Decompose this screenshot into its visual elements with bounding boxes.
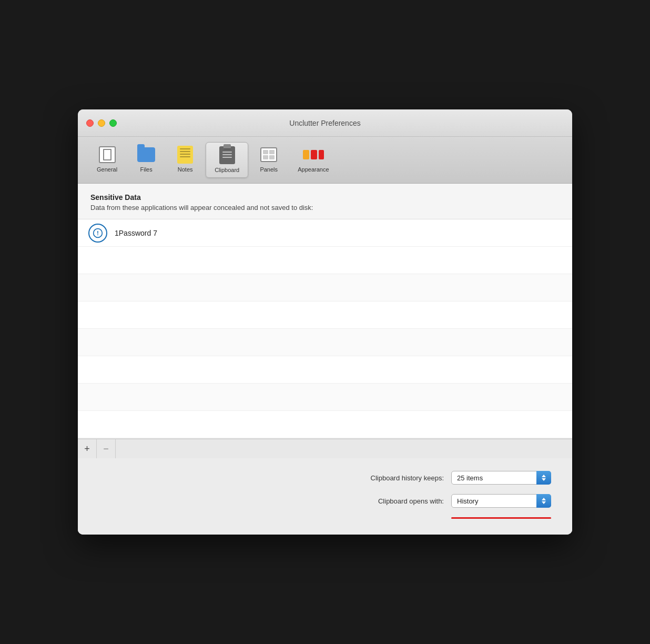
- sensitive-data-desc: Data from these applications will appear…: [90, 204, 560, 212]
- list-controls: + −: [78, 439, 572, 458]
- add-app-button[interactable]: +: [78, 439, 97, 458]
- settings-section: Clipboard history keeps: 25 items 50 ite…: [78, 458, 572, 535]
- apps-list: ! 1Password 7: [78, 219, 572, 439]
- list-item[interactable]: ! 1Password 7: [78, 219, 572, 247]
- window-title: Unclutter Preferences: [289, 119, 360, 127]
- notes-icon: [176, 145, 195, 164]
- files-icon: [137, 145, 156, 164]
- tab-appearance[interactable]: Appearance: [289, 142, 337, 178]
- tab-notes-label: Notes: [178, 166, 193, 173]
- history-keeps-label: Clipboard history keeps:: [371, 474, 444, 482]
- opens-with-select-wrapper: History Favorites: [451, 494, 551, 508]
- general-icon: [98, 145, 117, 164]
- tab-files[interactable]: Files: [128, 142, 165, 178]
- opens-with-row: Clipboard opens with: History Favorites: [99, 494, 551, 508]
- tab-panels[interactable]: Panels: [250, 142, 287, 178]
- app-name: 1Password 7: [115, 229, 157, 237]
- close-button[interactable]: [86, 119, 94, 127]
- empty-list-row: [78, 356, 572, 384]
- empty-list-row: [78, 301, 572, 329]
- tab-notes[interactable]: Notes: [167, 142, 204, 178]
- tab-general-label: General: [97, 166, 117, 173]
- minimize-button[interactable]: [98, 119, 105, 127]
- sensitive-data-header: Sensitive Data Data from these applicati…: [78, 184, 572, 219]
- red-underline-decoration: [451, 517, 551, 519]
- content-area: Sensitive Data Data from these applicati…: [78, 184, 572, 535]
- history-keeps-select[interactable]: 25 items 50 items 100 items: [451, 471, 551, 485]
- sensitive-data-title: Sensitive Data: [90, 193, 560, 202]
- app-icon-1password: !: [88, 224, 107, 243]
- appearance-icon: [304, 145, 323, 164]
- toolbar: General Files Notes: [78, 137, 572, 184]
- clipboard-icon: [218, 146, 237, 165]
- title-bar: Unclutter Preferences: [78, 109, 572, 137]
- 1password-svg-icon: !: [93, 228, 103, 238]
- tab-files-label: Files: [140, 166, 153, 173]
- empty-list-row: [78, 274, 572, 301]
- opens-with-label: Clipboard opens with:: [378, 497, 444, 505]
- empty-list-row: [78, 329, 572, 356]
- traffic-lights: [86, 119, 117, 127]
- empty-list-row: [78, 384, 572, 411]
- tab-clipboard[interactable]: Clipboard: [206, 142, 248, 178]
- tab-panels-label: Panels: [260, 166, 278, 173]
- tab-clipboard-label: Clipboard: [215, 167, 239, 173]
- tab-appearance-label: Appearance: [298, 166, 329, 173]
- svg-text:!: !: [97, 229, 99, 236]
- empty-list-row: [78, 247, 572, 274]
- preferences-window: Unclutter Preferences General Files: [78, 109, 572, 535]
- history-keeps-select-wrapper: 25 items 50 items 100 items: [451, 471, 551, 485]
- remove-app-button[interactable]: −: [97, 439, 116, 458]
- opens-with-select[interactable]: History Favorites: [451, 494, 551, 508]
- tab-general[interactable]: General: [88, 142, 126, 178]
- history-keeps-row: Clipboard history keeps: 25 items 50 ite…: [99, 471, 551, 485]
- empty-list-row: [78, 411, 572, 438]
- maximize-button[interactable]: [109, 119, 117, 127]
- panels-icon: [259, 145, 278, 164]
